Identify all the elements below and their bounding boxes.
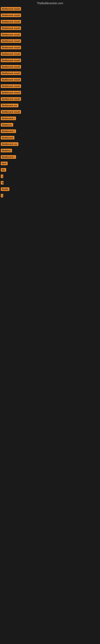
bottleneck-badge[interactable]: Bottleneck result [1,26,21,30]
bottleneck-badge[interactable]: Bo [1,168,6,172]
list-item: Bottleneck result [1,77,100,83]
list-item: Bottleneck r [1,154,100,160]
bottleneck-badge[interactable]: Bottleneck result [1,52,21,56]
bottleneck-badge[interactable]: Bottleneck result [1,84,21,88]
bottleneck-badge[interactable]: | [1,194,3,198]
bottleneck-badge[interactable]: Bottleneck res [1,142,18,146]
bottleneck-badge[interactable]: Bottleneck result [1,7,21,11]
bottleneck-badge[interactable]: Bottleneck result [1,39,21,43]
items-container: Bottleneck resultBottleneck resultBottle… [0,6,100,199]
site-header: TheBottlenecker.com [0,0,100,6]
bottleneck-badge[interactable]: Bottlenec [1,123,13,126]
list-item: Bottleneck result [1,45,100,51]
list-item: Bottleneck result [1,38,100,45]
bottleneck-badge[interactable]: Bottleneck r [1,155,16,159]
list-item: Bottleneck result [1,58,100,64]
bottleneck-badge[interactable]: Bottleneck result [1,14,21,17]
bottleneck-badge[interactable]: Bottleneck result [1,72,21,75]
list-item: Bottleneck result [1,109,100,116]
bottleneck-badge[interactable]: Bottleneck result [1,91,21,94]
bottleneck-badge[interactable]: Bottleneck result [1,58,21,62]
bottleneck-badge[interactable]: | [1,174,3,178]
list-item: Bottlenec [1,122,100,128]
bottleneck-badge[interactable]: Bottleneck result [1,33,21,36]
list-item: | [1,193,100,199]
bottleneck-badge[interactable]: Bottleneck r [1,116,16,120]
bottleneck-badge[interactable]: Bottleneck result [1,65,21,69]
bottleneck-badge[interactable]: Bottleneck result [1,110,21,114]
bottleneck-badge[interactable]: Bottleneck [1,136,14,140]
list-item: Bottleneck res [1,103,100,109]
list-item: Bottleneck result [1,12,100,19]
list-item: Bottleneck result [1,96,100,103]
bottleneck-badge[interactable]: Bottleneck result [1,20,21,24]
list-item: Bottleneck result [1,32,100,38]
bottleneck-badge[interactable]: Bottleneck res [1,104,18,107]
list-item: | [1,174,100,180]
bottleneck-badge[interactable]: Bott [1,162,8,165]
bottleneck-badge[interactable]: Bottleneck result [1,97,21,101]
list-item: Bottleneck result [1,70,100,77]
list-item: Bottle [1,186,100,193]
bottleneck-badge[interactable]: Bottleneck result [1,46,21,49]
list-item: Bottleneck r [1,128,100,135]
list-item: Bottleneck result [1,83,100,90]
list-item: Bottleneck result [1,64,100,70]
list-item: B [1,180,100,186]
bottleneck-badge[interactable]: Bottleneck result [1,78,21,82]
list-item: Bo [1,167,100,174]
bottleneck-badge[interactable]: Bottlene [1,149,12,152]
list-item: Bottleneck result [1,90,100,96]
site-title: TheBottlenecker.com [37,2,63,5]
list-item: Bottlene [1,148,100,154]
list-item: Bottleneck r [1,116,100,122]
list-item: Bottleneck result [1,51,100,58]
list-item: Bottleneck [1,135,100,141]
bottleneck-badge[interactable]: B [1,181,3,184]
list-item: Bott [1,160,100,167]
bottleneck-badge[interactable]: Bottle [1,187,9,191]
list-item: Bottleneck res [1,141,100,148]
list-item: Bottleneck result [1,19,100,25]
list-item: Bottleneck result [1,6,100,12]
list-item: Bottleneck result [1,25,100,32]
bottleneck-badge[interactable]: Bottleneck r [1,130,16,133]
